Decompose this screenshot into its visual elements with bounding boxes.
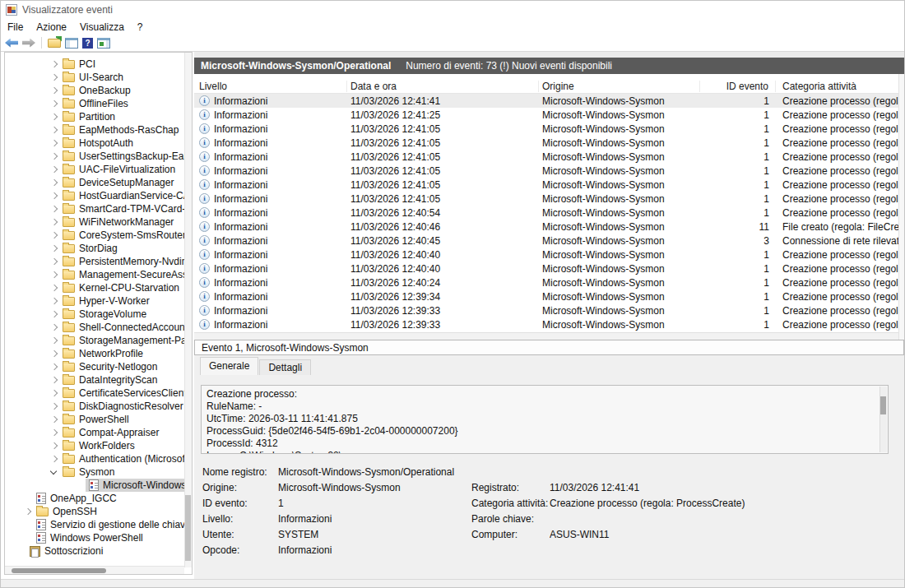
event-row[interactable]: Informazioni 11/03/2026 12:40:40 Microso… — [194, 248, 898, 262]
expand-chevron-icon[interactable] — [49, 283, 59, 293]
expand-chevron-icon[interactable] — [49, 467, 59, 477]
event-row[interactable]: Informazioni 11/03/2026 12:40:24 Microso… — [194, 275, 898, 289]
event-row[interactable]: Informazioni 11/03/2026 12:39:33 Microso… — [194, 317, 898, 331]
event-row[interactable]: Informazioni 11/03/2026 12:39:34 Microso… — [194, 289, 898, 303]
event-row[interactable]: Informazioni 11/03/2026 12:41:05 Microso… — [194, 164, 898, 178]
column-header[interactable]: Categoria attività — [776, 81, 898, 92]
expand-chevron-icon[interactable] — [16, 546, 26, 556]
event-row[interactable]: Informazioni 11/03/2026 12:40:45 Microso… — [194, 234, 898, 248]
toolbar-button[interactable] — [5, 39, 18, 48]
tree-item[interactable]: Sottoscrizioni — [5, 544, 192, 558]
expand-chevron-icon[interactable] — [49, 112, 59, 122]
description-scrollbar-thumb[interactable] — [880, 396, 886, 414]
tree-item[interactable]: UAC-FileVirtualization — [5, 163, 192, 176]
expand-chevron-icon[interactable] — [49, 428, 59, 438]
expand-chevron-icon[interactable] — [49, 388, 59, 398]
tree-item[interactable]: Security-Netlogon — [5, 360, 192, 373]
expand-chevron-icon[interactable] — [49, 59, 59, 69]
tree-item[interactable]: Management-SecureAsses — [5, 268, 192, 281]
tree-item[interactable]: DiskDiagnosticResolver — [5, 400, 192, 413]
tree-item[interactable]: UI-Search — [5, 71, 192, 84]
expand-chevron-icon[interactable] — [49, 72, 59, 82]
event-row[interactable]: Informazioni 11/03/2026 12:39:33 Microso… — [194, 303, 898, 317]
tree-item[interactable]: SmartCard-TPM-VCard-M — [5, 202, 192, 215]
expand-chevron-icon[interactable] — [49, 164, 59, 174]
menu-item[interactable]: File — [1, 20, 30, 35]
expand-chevron-icon[interactable] — [49, 178, 59, 188]
toolbar-button[interactable] — [22, 39, 35, 48]
tree-item[interactable]: CertificateServicesClient-C — [5, 387, 192, 400]
menu-item[interactable]: Azione — [30, 20, 73, 35]
list-vertical-scrollbar[interactable] — [898, 74, 904, 340]
expand-chevron-icon[interactable] — [49, 230, 59, 240]
tree-item[interactable]: OfflineFiles — [5, 97, 192, 110]
tree-item[interactable]: EapMethods-RasChap — [5, 123, 192, 137]
expand-chevron-icon[interactable] — [49, 362, 59, 372]
tree-item[interactable]: HostGuardianService-CA — [5, 189, 192, 202]
toolbar-button[interactable] — [39, 37, 44, 49]
event-row[interactable]: Informazioni 11/03/2026 12:41:05 Microso… — [194, 178, 898, 192]
tree-item[interactable]: WiFiNetworkManager — [5, 215, 192, 229]
expand-chevron-icon[interactable] — [49, 125, 59, 135]
event-row[interactable]: Informazioni 11/03/2026 12:41:05 Microso… — [194, 122, 898, 136]
expand-chevron-icon[interactable] — [49, 441, 59, 451]
tree-item[interactable]: PowerShell — [5, 413, 192, 426]
event-row[interactable]: Informazioni 11/03/2026 12:40:54 Microso… — [194, 206, 898, 220]
column-header[interactable]: Data e ora — [347, 81, 539, 92]
expand-chevron-icon[interactable] — [49, 375, 59, 385]
tree-item[interactable]: Servizio di gestione delle chiavi — [5, 518, 192, 531]
expand-chevron-icon[interactable] — [49, 99, 59, 109]
expand-chevron-icon[interactable] — [23, 533, 33, 543]
event-row[interactable]: Informazioni 11/03/2026 12:41:05 Microso… — [194, 192, 898, 206]
event-row[interactable]: Informazioni 11/03/2026 12:40:46 Microso… — [194, 220, 898, 234]
tree-item[interactable]: StorDiag — [5, 242, 192, 255]
expand-chevron-icon[interactable] — [49, 243, 59, 253]
description-vertical-scrollbar[interactable] — [879, 387, 887, 452]
tree-item[interactable]: Sysmon — [5, 465, 192, 479]
event-row[interactable]: Informazioni 11/03/2026 12:41:05 Microso… — [194, 150, 898, 164]
column-header[interactable]: Livello — [194, 81, 347, 92]
tree-vertical-scrollbar[interactable] — [184, 53, 192, 567]
column-header[interactable]: Origine — [539, 81, 700, 92]
expand-chevron-icon[interactable] — [49, 401, 59, 411]
expand-chevron-icon[interactable] — [49, 414, 59, 424]
expand-chevron-icon[interactable] — [23, 507, 33, 516]
expand-chevron-icon[interactable] — [49, 191, 59, 201]
tree-item[interactable]: WorkFolders — [5, 439, 192, 452]
expand-chevron-icon[interactable] — [49, 151, 59, 161]
expand-chevron-icon[interactable] — [49, 296, 59, 306]
tree-item[interactable]: Shell-ConnectedAccountS — [5, 321, 192, 334]
tree-item[interactable]: HotspotAuth — [5, 137, 192, 150]
tree-item[interactable]: DeviceSetupManager — [5, 176, 192, 189]
expand-chevron-icon[interactable] — [23, 493, 33, 503]
toolbar-button[interactable] — [97, 38, 110, 49]
list-horizontal-scrollbar[interactable] — [194, 332, 898, 340]
expand-chevron-icon[interactable] — [49, 322, 59, 332]
tree-item[interactable]: DataIntegrityScan — [5, 373, 192, 387]
expand-chevron-icon[interactable] — [49, 270, 59, 280]
expand-chevron-icon[interactable] — [49, 309, 59, 319]
preview-tab[interactable]: Generale — [200, 357, 258, 375]
expand-chevron-icon[interactable] — [49, 257, 59, 266]
column-header[interactable]: ID evento — [700, 81, 776, 92]
menu-item[interactable]: ? — [131, 20, 150, 35]
tree-horizontal-scrollbar[interactable] — [5, 566, 184, 574]
expand-chevron-icon[interactable] — [23, 520, 33, 530]
expand-chevron-icon[interactable] — [49, 336, 59, 345]
tree-vertical-scrollbar-thumb[interactable] — [185, 495, 191, 561]
tree-item[interactable]: Windows PowerShell — [5, 531, 192, 544]
tree-item[interactable]: Kernel-CPU-Starvation — [5, 281, 192, 294]
tree-item[interactable]: Compat-Appraiser — [5, 426, 192, 439]
tree-item[interactable]: Partition — [5, 110, 192, 123]
expand-chevron-icon[interactable] — [49, 138, 59, 148]
preview-tab[interactable]: Dettagli — [259, 359, 311, 375]
tree-item[interactable]: Hyper-V-Worker — [5, 294, 192, 308]
tree-item[interactable]: OneBackup — [5, 84, 192, 97]
tree-item[interactable]: StorageVolume — [5, 308, 192, 321]
tree-item[interactable]: PCI — [5, 58, 192, 71]
expand-chevron-icon[interactable] — [49, 349, 59, 359]
menu-item[interactable]: Visualizza — [73, 20, 131, 35]
tree-item[interactable]: CoreSystem-SmsRouter — [5, 229, 192, 242]
event-row[interactable]: Informazioni 11/03/2026 12:41:05 Microso… — [194, 136, 898, 150]
event-row[interactable]: Informazioni 11/03/2026 12:41:25 Microso… — [194, 108, 898, 122]
